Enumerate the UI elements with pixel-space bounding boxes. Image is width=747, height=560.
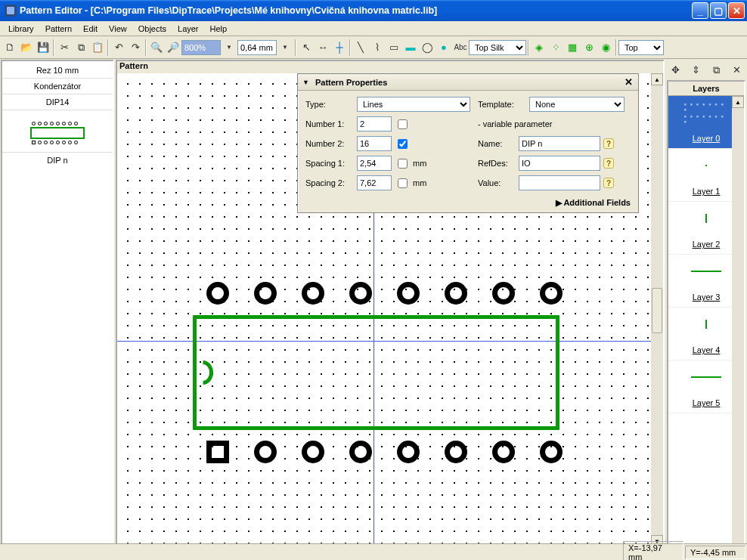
menu-objects[interactable]: Objects <box>133 23 172 35</box>
pad[interactable] <box>492 441 515 463</box>
template-select[interactable]: None <box>529 97 625 112</box>
pad[interactable] <box>254 441 277 463</box>
save-button[interactable]: 💾 <box>35 39 51 56</box>
pad-tool[interactable]: ◈ <box>531 39 547 56</box>
menu-layer[interactable]: Layer <box>172 23 204 35</box>
help-icon[interactable]: ? <box>603 178 614 188</box>
minimize-button[interactable]: _ <box>692 2 708 19</box>
pp-titlebar[interactable]: ▼ Pattern Properties ✕ <box>298 74 638 91</box>
fill-rect-tool[interactable]: ▬ <box>402 39 419 56</box>
pad-row-top <box>206 282 563 305</box>
pad[interactable] <box>397 441 420 463</box>
layer-thumb <box>683 313 729 336</box>
refdes-input[interactable] <box>519 156 600 171</box>
value-input[interactable] <box>519 175 600 190</box>
pad[interactable] <box>397 282 420 305</box>
pp-close-icon[interactable]: ✕ <box>623 76 634 88</box>
pad[interactable] <box>540 282 563 305</box>
delete-icon[interactable]: ✕ <box>729 62 744 77</box>
layers-scrollbar[interactable]: ▲ <box>732 96 744 558</box>
pointer-tool[interactable]: ↖ <box>298 39 315 56</box>
side-select[interactable]: Top <box>618 40 664 55</box>
help-icon[interactable]: ? <box>603 158 614 169</box>
vscroll-thumb[interactable] <box>652 288 662 333</box>
pad[interactable] <box>302 441 324 463</box>
pad[interactable] <box>492 282 515 305</box>
spacing2-input[interactable] <box>357 175 392 190</box>
ellipse-tool[interactable]: ◯ <box>419 39 435 56</box>
copy-button[interactable]: ⧉ <box>73 39 89 56</box>
pad[interactable] <box>445 441 467 463</box>
additional-fields-toggle[interactable]: ▶ Additional Fields <box>298 193 638 212</box>
grid-dropdown-button[interactable]: ▼ <box>277 39 293 56</box>
number1-var-checkbox[interactable] <box>398 119 408 129</box>
scroll-up-button[interactable]: ▲ <box>651 73 663 85</box>
redo-button[interactable]: ↷ <box>127 39 144 56</box>
zoom-in-button[interactable]: 🔎 <box>165 39 181 56</box>
menu-edit[interactable]: Edit <box>78 23 103 35</box>
pad[interactable] <box>302 282 324 305</box>
sort-icon[interactable]: ⇕ <box>689 62 704 77</box>
spacing1-var-checkbox[interactable] <box>398 159 408 169</box>
pad-matrix-tool[interactable]: ▦ <box>564 39 581 56</box>
dip-outline[interactable] <box>193 315 559 430</box>
menu-library[interactable]: Library <box>3 23 39 35</box>
line-tool[interactable]: ╲ <box>352 39 369 56</box>
group-icon[interactable]: ⧉ <box>708 62 724 77</box>
help-icon[interactable]: ? <box>603 138 614 149</box>
pp-collapse-icon[interactable]: ▼ <box>302 79 309 86</box>
menu-pattern[interactable]: Pattern <box>40 23 77 35</box>
scroll-up-button[interactable]: ▲ <box>732 96 744 108</box>
spacing1-input[interactable] <box>357 156 392 171</box>
paste-button[interactable]: 📋 <box>89 39 106 56</box>
rect-tool[interactable]: ▭ <box>386 39 402 56</box>
polyline-tool[interactable]: ⌇ <box>369 39 386 56</box>
pattern-list-item[interactable]: Rez 10 mm <box>2 63 113 79</box>
pattern-list-item[interactable]: DIP14 <box>2 94 113 110</box>
layer-select[interactable]: Top Silk <box>469 40 526 55</box>
pad[interactable] <box>254 282 277 305</box>
pp-title-text: Pattern Properties <box>315 78 387 87</box>
grid-input[interactable] <box>237 40 277 55</box>
zoom-dropdown-button[interactable]: ▼ <box>221 39 237 56</box>
layers-title: Layers <box>668 82 744 96</box>
origin-tool[interactable]: ┼ <box>331 39 348 56</box>
type-label: Type: <box>305 100 354 109</box>
pad[interactable] <box>349 282 372 305</box>
pad-array-tool[interactable]: ⁘ <box>547 39 564 56</box>
pad-single-tool[interactable]: ◉ <box>597 39 614 56</box>
undo-button[interactable]: ↶ <box>110 39 127 56</box>
pattern-list-item[interactable]: DIP n <box>2 153 113 168</box>
number1-input[interactable] <box>357 116 392 131</box>
pad-1[interactable] <box>206 441 229 463</box>
number2-var-checkbox[interactable] <box>398 139 408 149</box>
text-tool[interactable]: Abc <box>452 39 469 56</box>
fill-ellipse-tool[interactable]: ● <box>435 39 452 56</box>
canvas-vscroll[interactable]: ▲ ▼ <box>651 73 663 547</box>
zoom-input[interactable] <box>181 40 221 55</box>
spacing2-var-checkbox[interactable] <box>398 178 408 188</box>
cut-button[interactable]: ✂ <box>56 39 73 56</box>
pan-icon[interactable]: ✥ <box>668 62 683 77</box>
pad[interactable] <box>206 282 229 305</box>
pad-circle-tool[interactable]: ⊕ <box>581 39 597 56</box>
title-bar: Pattern Editor - [C:\Program Files\DipTr… <box>0 0 747 21</box>
zoom-out-button[interactable]: 🔍 <box>148 39 165 56</box>
name-input[interactable] <box>519 136 600 151</box>
pattern-canvas[interactable]: ▼ Pattern Properties ✕ Type: Lines Templ… <box>117 73 651 547</box>
new-button[interactable]: 🗋 <box>2 39 18 56</box>
menu-view[interactable]: View <box>104 23 132 35</box>
menu-help[interactable]: Help <box>205 23 233 35</box>
pattern-list-item[interactable]: Kondenzátor <box>2 79 113 94</box>
measure-tool[interactable]: ↔ <box>315 39 331 56</box>
pad[interactable] <box>540 441 563 463</box>
pad[interactable] <box>349 441 372 463</box>
open-button[interactable]: 📂 <box>18 39 35 56</box>
maximize-button[interactable]: ▢ <box>710 2 727 19</box>
number2-input[interactable] <box>357 136 392 151</box>
close-button[interactable]: ✕ <box>728 2 745 19</box>
layer-label: Layer 4 <box>693 345 721 354</box>
pad[interactable] <box>445 282 467 305</box>
type-select[interactable]: Lines <box>357 97 470 112</box>
pattern-list-item-preview[interactable] <box>2 110 113 153</box>
